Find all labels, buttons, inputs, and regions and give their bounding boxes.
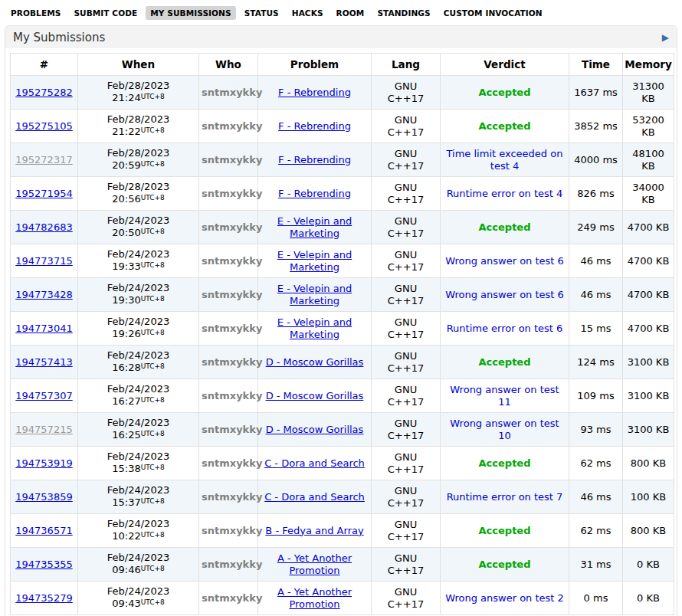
submission-id-link[interactable]: 195275105 — [15, 120, 72, 132]
submission-id-link[interactable]: 194757413 — [15, 356, 72, 368]
submission-id-link[interactable]: 194753919 — [15, 457, 72, 469]
problem-link[interactable]: F - Rebrending — [278, 154, 351, 165]
submission-id-link[interactable]: 194735279 — [15, 592, 72, 604]
submission-author[interactable]: sntmxykky — [202, 87, 262, 98]
submission-id-link[interactable]: 194773041 — [15, 323, 72, 334]
submission-lang: GNU C++17 — [372, 582, 441, 615]
submission-memory: 0 KB — [623, 582, 674, 615]
column-header-who: Who — [199, 54, 258, 76]
table-row: 194757215 Feb/24/2023 16:25UTC+8 sntmxyk… — [11, 413, 674, 447]
submission-id-link[interactable]: 195272317 — [15, 154, 72, 165]
submission-id-link[interactable]: 194782683 — [15, 221, 72, 233]
submission-memory: 100 KB — [623, 480, 674, 514]
timezone-label: UTC+8 — [141, 430, 165, 437]
problem-link[interactable]: D - Moscow Gorillas — [266, 424, 364, 435]
nav-submit-code[interactable]: SUBMIT CODE — [69, 6, 142, 20]
submission-id-link[interactable]: 194736571 — [15, 525, 72, 536]
submission-memory: 3100 KB — [623, 346, 674, 379]
timezone-label: UTC+8 — [141, 598, 165, 606]
submission-id-link[interactable]: 194753859 — [15, 491, 72, 503]
nav-hacks[interactable]: HACKS — [287, 6, 328, 20]
submission-id-link[interactable]: 194773428 — [15, 289, 72, 300]
column-header-lang: Lang — [372, 54, 441, 76]
submission-id-link[interactable]: 194735355 — [15, 559, 72, 570]
submission-lang: GNU C++17 — [372, 110, 441, 143]
submission-author[interactable]: sntmxykky — [202, 592, 262, 604]
problem-link[interactable]: A - Yet Another Promotion — [277, 586, 352, 610]
problem-link[interactable]: F - Rebrending — [278, 87, 351, 98]
submission-memory: 0 KB — [623, 548, 674, 582]
nav-problems[interactable]: PROBLEMS — [6, 6, 65, 20]
nav-status[interactable]: STATUS — [240, 6, 284, 20]
submission-author[interactable]: sntmxykky — [202, 390, 262, 401]
submission-when: Feb/24/2023 09:43UTC+8 — [78, 582, 199, 615]
submission-runtime: 62 ms — [569, 514, 623, 548]
submission-runtime: 124 ms — [569, 346, 623, 379]
submission-id-link[interactable]: 194757215 — [15, 424, 72, 435]
submission-date: Feb/24/2023 — [80, 417, 196, 429]
submission-lang: GNU C++17 — [372, 177, 441, 211]
table-row: 194773041 Feb/24/2023 19:26UTC+8 sntmxyk… — [11, 312, 674, 346]
table-header-row: #WhenWhoProblemLangVerdictTimeMemory — [11, 54, 674, 76]
submission-runtime: 46 ms — [569, 278, 623, 312]
submission-memory: 4700 KB — [623, 312, 674, 346]
submission-author[interactable]: sntmxykky — [202, 154, 262, 165]
problem-link[interactable]: C - Dora and Search — [264, 457, 365, 469]
submission-author[interactable]: sntmxykky — [202, 457, 262, 469]
problem-link[interactable]: F - Rebrending — [278, 120, 351, 132]
submission-author[interactable]: sntmxykky — [202, 356, 262, 368]
submission-when: Feb/24/2023 15:38UTC+8 — [78, 447, 199, 480]
submission-date: Feb/24/2023 — [80, 248, 196, 260]
problem-link[interactable]: A - Yet Another Promotion — [277, 552, 352, 576]
submission-clock: 19:26UTC+8 — [80, 328, 196, 341]
verdict-text: Runtime error on test 6 — [447, 323, 563, 334]
submission-author[interactable]: sntmxykky — [202, 491, 262, 503]
timezone-label: UTC+8 — [141, 565, 165, 572]
problem-link[interactable]: E - Velepin and Marketing — [277, 283, 352, 306]
submission-author[interactable]: sntmxykky — [202, 525, 262, 536]
problem-link[interactable]: D - Moscow Gorillas — [266, 356, 364, 368]
problem-link[interactable]: B - Fedya and Array — [265, 525, 363, 536]
submission-when: Feb/24/2023 19:33UTC+8 — [78, 244, 199, 278]
submission-author[interactable]: sntmxykky — [202, 120, 262, 132]
column-header-when: When — [78, 54, 199, 76]
nav-custom-invocation[interactable]: CUSTOM INVOCATION — [439, 6, 547, 20]
submission-author[interactable]: sntmxykky — [202, 323, 262, 334]
timezone-label: UTC+8 — [141, 329, 165, 336]
submission-date: Feb/24/2023 — [80, 451, 196, 463]
submission-clock: 09:43UTC+8 — [80, 598, 196, 611]
problem-link[interactable]: E - Velepin and Marketing — [277, 316, 352, 340]
submission-author[interactable]: sntmxykky — [202, 289, 262, 300]
submission-when: Feb/24/2023 16:25UTC+8 — [78, 413, 199, 447]
submission-author[interactable]: sntmxykky — [202, 559, 262, 570]
collapse-arrow-icon[interactable]: ▶ — [662, 33, 669, 42]
submission-date: Feb/24/2023 — [80, 383, 196, 395]
timezone-label: UTC+8 — [141, 362, 165, 370]
submission-when: Feb/28/2023 21:24UTC+8 — [78, 76, 199, 110]
submissions-panel: My Submissions ▶ #WhenWhoProblemLangVerd… — [5, 25, 677, 616]
submission-author[interactable]: sntmxykky — [202, 255, 262, 267]
column-header-problem: Problem — [258, 54, 372, 76]
problem-link[interactable]: F - Rebrending — [278, 188, 351, 199]
submission-when: Feb/24/2023 19:26UTC+8 — [78, 312, 199, 346]
nav-my-submissions[interactable]: MY SUBMISSIONS — [146, 6, 235, 20]
submission-id-link[interactable]: 194757307 — [15, 390, 72, 401]
submission-id-link[interactable]: 194773715 — [15, 255, 72, 267]
problem-link[interactable]: C - Dora and Search — [264, 491, 365, 503]
submission-memory: 31300 KB — [623, 76, 674, 110]
submission-lang: GNU C++17 — [372, 447, 441, 480]
submission-author[interactable]: sntmxykky — [202, 424, 262, 435]
submission-author[interactable]: sntmxykky — [202, 188, 262, 199]
timezone-label: UTC+8 — [141, 261, 165, 269]
nav-standings[interactable]: STANDINGS — [372, 6, 434, 20]
submission-author[interactable]: sntmxykky — [202, 221, 262, 233]
problem-link[interactable]: E - Velepin and Marketing — [277, 215, 352, 239]
problem-link[interactable]: E - Velepin and Marketing — [277, 249, 352, 273]
table-row: 194773715 Feb/24/2023 19:33UTC+8 sntmxyk… — [11, 244, 674, 278]
problem-link[interactable]: D - Moscow Gorillas — [266, 390, 364, 401]
submission-memory: 800 KB — [623, 514, 674, 548]
submission-id-link[interactable]: 195275282 — [15, 87, 72, 98]
nav-room[interactable]: ROOM — [332, 6, 369, 20]
submission-lang: GNU C++17 — [372, 548, 441, 582]
submission-id-link[interactable]: 195271954 — [15, 188, 72, 199]
